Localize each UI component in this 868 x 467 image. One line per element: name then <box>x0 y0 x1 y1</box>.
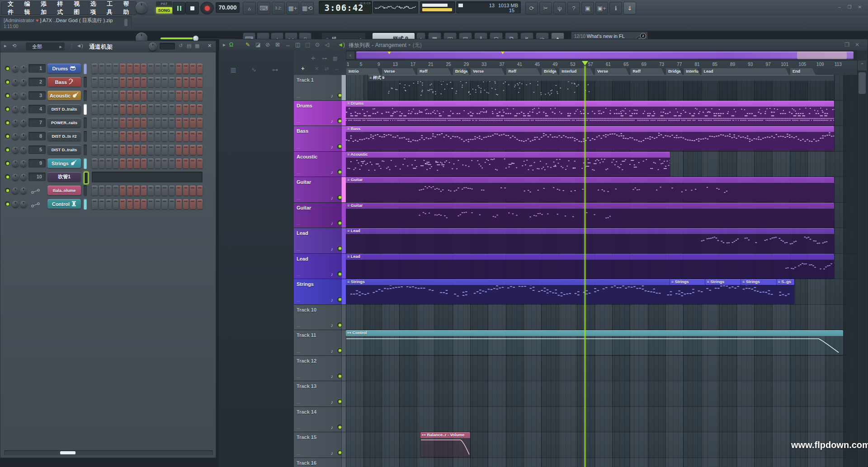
clip-header[interactable]: ≡ Guitar <box>346 177 834 183</box>
resize-tool-icon[interactable]: ↔ <box>335 66 340 71</box>
channel-enable-led[interactable] <box>5 161 10 166</box>
step-cell[interactable] <box>134 77 140 87</box>
play-icon[interactable]: ▸ <box>4 43 7 49</box>
playlist-lane[interactable] <box>346 305 857 331</box>
scroll-up-button[interactable]: ⌃ <box>858 61 867 70</box>
step-cell[interactable] <box>162 91 168 101</box>
step-cell[interactable] <box>155 199 161 209</box>
channel-button-Control[interactable]: Control <box>47 199 81 209</box>
step-cell[interactable] <box>120 159 126 168</box>
track-options[interactable]: ... <box>297 425 300 430</box>
time-display[interactable]: 3:06:42 M:S:CS <box>319 1 372 14</box>
picker-patterns-icon[interactable]: ▥ <box>231 66 236 73</box>
channel-pan-knob[interactable] <box>12 93 19 99</box>
step-cell[interactable] <box>141 104 147 114</box>
step-cell[interactable] <box>190 118 196 128</box>
clip-header[interactable]: ≡ Lead <box>346 254 834 260</box>
step-cell[interactable] <box>155 77 161 87</box>
step-cell[interactable] <box>155 186 161 196</box>
mute-icon[interactable]: ⊠ <box>275 42 280 48</box>
channel-enable-led[interactable] <box>5 174 10 179</box>
channel-volume-knob[interactable] <box>20 174 27 180</box>
step-cell[interactable] <box>120 145 126 155</box>
step-cell[interactable] <box>106 104 112 114</box>
step-cell[interactable] <box>141 159 147 168</box>
step-cell[interactable] <box>120 186 126 196</box>
step-cell[interactable] <box>120 199 126 209</box>
step-cell[interactable] <box>127 131 133 141</box>
step-cell[interactable] <box>197 118 203 128</box>
playlist-h-scrollbar-thumb[interactable] <box>356 51 854 59</box>
download-icon[interactable]: ⇓ <box>623 2 636 14</box>
step-cell[interactable] <box>148 186 154 196</box>
playlist-titlebar[interactable]: ▸ Ω ✎◪⊘⊠↔◫⬚⊙◁ ◄) 播放列表 - Arrangement ‣ (无… <box>219 39 868 51</box>
step-cell[interactable] <box>127 199 133 209</box>
step-cell[interactable] <box>92 91 98 101</box>
step-cell[interactable] <box>106 77 112 87</box>
timeline-marker-Verse[interactable]: Verse <box>471 68 505 75</box>
snap-magnet-icon[interactable]: Ω <box>229 42 233 48</box>
step-cell[interactable] <box>162 186 168 196</box>
channel-pan-knob[interactable] <box>12 160 19 167</box>
step-cell[interactable] <box>113 77 119 87</box>
automation-clip-source-icon[interactable]: ⊶ <box>322 56 327 61</box>
cut-icon[interactable]: ✂ <box>539 2 552 14</box>
track-header-Acoustic[interactable]: Acoustic...♪ <box>294 152 346 177</box>
step-cell[interactable] <box>176 91 182 101</box>
timeline-marker-Bridge[interactable]: Bridge <box>542 68 558 75</box>
keyboard-editor-icon[interactable]: ▦ <box>195 43 199 49</box>
step-cell[interactable] <box>155 145 161 155</box>
step-cell[interactable] <box>197 104 203 114</box>
step-cell[interactable] <box>113 91 119 101</box>
step-cell[interactable] <box>183 91 189 101</box>
channel-enable-led[interactable] <box>5 147 10 152</box>
timeline-ruler[interactable]: 1591317212529333741454953576165697377818… <box>346 61 857 75</box>
track-color-strip[interactable] <box>341 279 346 304</box>
step-cell[interactable] <box>141 118 147 128</box>
channel-volume-knob[interactable] <box>20 187 27 194</box>
step-cell[interactable] <box>134 91 140 101</box>
step-cell[interactable] <box>106 159 112 168</box>
step-cell[interactable] <box>134 186 140 196</box>
channel-peak-meter[interactable] <box>84 145 87 155</box>
channel-volume-knob[interactable] <box>20 79 27 85</box>
channel-enable-led[interactable] <box>5 120 10 125</box>
step-cell[interactable] <box>197 91 203 101</box>
channel-enable-led[interactable] <box>5 134 10 139</box>
track-header-Track-13[interactable]: Track 13...♪ <box>294 381 346 407</box>
track-header-Bass[interactable]: Bass...♪ <box>294 126 346 152</box>
step-cell[interactable] <box>92 186 98 196</box>
step-cell[interactable] <box>148 131 154 141</box>
channel-button-POWER..raits[interactable]: POWER..raits <box>47 118 81 127</box>
clip-Bass[interactable]: ≡ Bass <box>346 126 834 151</box>
rack-h-scrollbar[interactable] <box>4 450 213 455</box>
picker-automation-icon[interactable]: ⊶ <box>272 66 278 73</box>
clip-header[interactable]: ⊶ Balance..r - Volume <box>420 432 470 438</box>
step-cell[interactable] <box>113 145 119 155</box>
channel-peak-meter[interactable] <box>84 104 87 115</box>
track-options[interactable]: ... <box>297 119 300 124</box>
picker-audio-icon[interactable]: ∿ <box>251 66 256 73</box>
step-cell[interactable] <box>169 131 175 141</box>
step-cell[interactable] <box>141 64 147 74</box>
undo-icon[interactable]: ↺ <box>179 43 183 49</box>
channel-number[interactable]: 9 <box>28 159 46 168</box>
clip-Guitar[interactable]: ≡ Guitar <box>346 203 834 228</box>
step-cell[interactable] <box>169 159 175 168</box>
timeline-marker-Interlud[interactable]: Interlud <box>684 68 700 75</box>
playlist-lane[interactable] <box>346 407 857 433</box>
track-header-Strings[interactable]: Strings...♪ <box>294 279 346 305</box>
restore-button[interactable]: ❐ <box>845 4 854 10</box>
step-cell[interactable] <box>155 131 161 141</box>
clip-Lead[interactable]: ≡ Lead <box>346 228 834 253</box>
delete-tool-icon[interactable]: ✕ <box>315 66 319 72</box>
channel-pan-knob[interactable] <box>12 65 19 72</box>
step-cell[interactable] <box>176 77 182 87</box>
channel-pan-knob[interactable] <box>12 201 19 207</box>
track-color-strip[interactable] <box>341 458 346 467</box>
graph-editor-icon[interactable]: ▤ <box>187 43 191 49</box>
track-options[interactable]: ... <box>297 145 300 149</box>
timeline-marker-Verse[interactable]: Verse <box>382 68 416 75</box>
clip-Strings[interactable]: ≡ Strings <box>670 279 706 285</box>
playlist-grid[interactable]: ≡ 样式 9≡ Drums≡ Bass≡ Acoustic≡ Guitar≡ G… <box>346 75 857 467</box>
